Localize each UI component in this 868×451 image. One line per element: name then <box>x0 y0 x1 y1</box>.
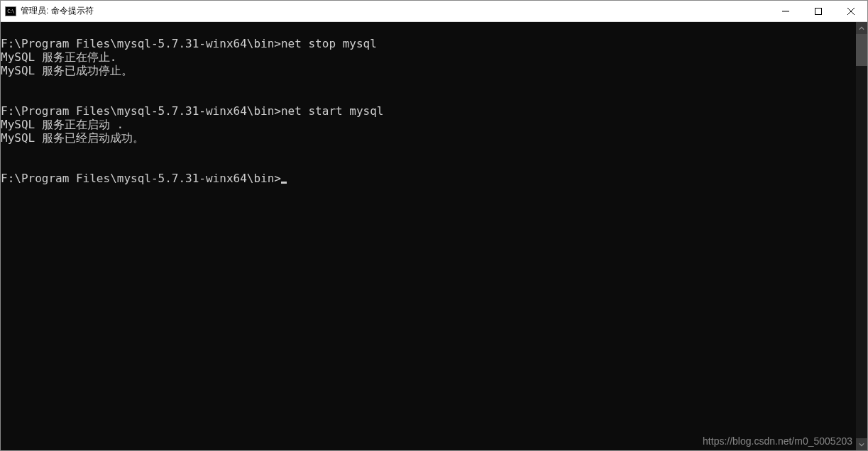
titlebar-left: C:\ 管理员: 命令提示符 <box>5 5 94 17</box>
window-title: 管理员: 命令提示符 <box>21 5 94 17</box>
vertical-scrollbar[interactable] <box>856 22 867 450</box>
terminal-line <box>1 158 856 172</box>
terminal-line: MySQL 服务正在停止. <box>1 50 856 64</box>
terminal-line: F:\Program Files\mysql-5.7.31-winx64\bin… <box>1 37 856 50</box>
svg-rect-1 <box>815 8 822 14</box>
titlebar[interactable]: C:\ 管理员: 命令提示符 <box>1 1 867 22</box>
terminal-area: F:\Program Files\mysql-5.7.31-winx64\bin… <box>1 22 867 450</box>
chevron-up-icon <box>859 26 864 31</box>
svg-rect-0 <box>782 11 789 11</box>
cursor <box>281 182 287 184</box>
terminal-line <box>1 77 856 91</box>
terminal-line: MySQL 服务正在启动 . <box>1 118 856 131</box>
minimize-button[interactable] <box>769 1 802 21</box>
cmd-icon: C:\ <box>5 6 16 16</box>
terminal-line: F:\Program Files\mysql-5.7.31-winx64\bin… <box>1 104 856 118</box>
command-prompt-window: C:\ 管理员: 命令提示符 F:\Program Files\mysql-5.… <box>0 0 868 451</box>
close-icon <box>847 8 855 15</box>
chevron-down-icon <box>859 442 864 447</box>
terminal-output[interactable]: F:\Program Files\mysql-5.7.31-winx64\bin… <box>1 22 856 450</box>
terminal-line <box>1 91 856 104</box>
scroll-down-button[interactable] <box>856 438 867 450</box>
terminal-line: MySQL 服务已成功停止。 <box>1 64 856 77</box>
terminal-line: MySQL 服务已经启动成功。 <box>1 131 856 145</box>
maximize-icon <box>815 8 822 15</box>
minimize-icon <box>782 8 789 15</box>
scroll-up-button[interactable] <box>856 22 867 34</box>
scroll-thumb[interactable] <box>856 34 867 66</box>
maximize-button[interactable] <box>802 1 835 21</box>
terminal-line <box>1 145 856 158</box>
scroll-track[interactable] <box>856 34 867 438</box>
close-button[interactable] <box>835 1 867 21</box>
window-controls <box>769 1 867 21</box>
terminal-line <box>1 23 856 37</box>
terminal-line: F:\Program Files\mysql-5.7.31-winx64\bin… <box>1 172 856 185</box>
